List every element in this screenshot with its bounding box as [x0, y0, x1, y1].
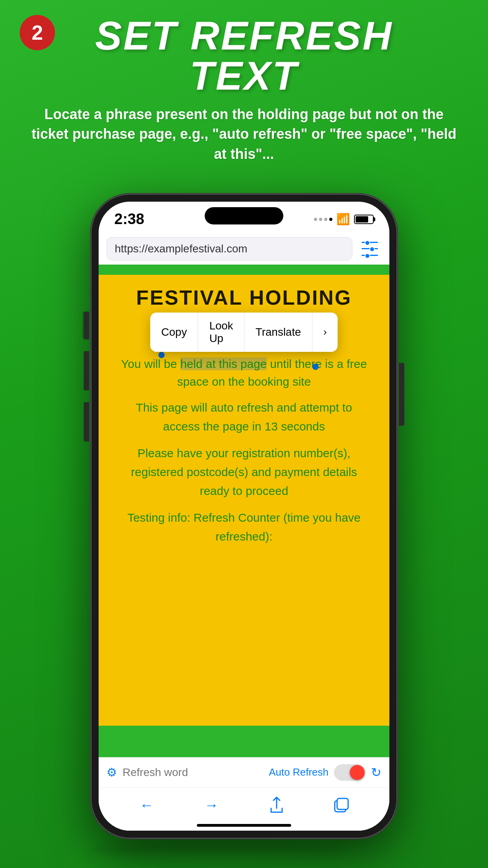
nav-bar: ← → [99, 788, 389, 822]
title-line1: SET REFRESH [95, 16, 393, 56]
filter-line-3 [361, 255, 378, 256]
context-menu[interactable]: Copy Look Up Translate › [150, 313, 338, 352]
context-menu-translate[interactable]: Translate [244, 313, 312, 352]
step-number: 2 [32, 21, 43, 44]
browser-filter-button[interactable] [358, 237, 382, 261]
share-button[interactable] [261, 793, 292, 817]
selected-text: You will be held at this page until ther… [110, 355, 378, 390]
page-text-2: This page will auto refresh and attempt … [110, 398, 378, 436]
title-line2: TEXT [190, 56, 299, 96]
refresh-bar: ⚙ Auto Refresh ↻ [99, 758, 389, 788]
battery-icon [354, 215, 374, 224]
tabs-button[interactable] [326, 793, 357, 817]
forward-button[interactable]: → [196, 793, 227, 817]
status-time: 2:38 [114, 211, 144, 228]
page-text-4: Testing info: Refresh Counter (time you … [110, 508, 378, 546]
filter-icon [361, 242, 378, 256]
dynamic-island [205, 207, 283, 224]
phone-wrapper: 2:38 📶 [0, 184, 488, 868]
phone-screen: 2:38 📶 [99, 202, 389, 831]
green-band-bottom [99, 726, 389, 757]
power-button[interactable] [399, 363, 404, 426]
signal-dot-1 [314, 218, 317, 221]
svg-rect-1 [337, 798, 348, 809]
volume-up-button[interactable] [84, 312, 89, 339]
context-menu-lookup[interactable]: Look Up [198, 313, 245, 352]
url-bar-area: https://examplefestival.com [99, 233, 389, 265]
refresh-word-input[interactable] [123, 762, 263, 783]
signal-dot-3 [324, 218, 327, 221]
green-band-top [99, 265, 389, 275]
filter-line-1 [361, 242, 378, 243]
home-indicator [197, 824, 291, 827]
context-menu-more[interactable]: › [312, 313, 338, 352]
toggle-knob [350, 765, 365, 780]
status-icons: 📶 [314, 213, 374, 226]
url-input[interactable]: https://examplefestival.com [106, 237, 352, 261]
signal-dot-4 [329, 218, 332, 221]
page-text-3: Please have your registration number(s),… [110, 444, 378, 500]
volume-down-button[interactable] [84, 351, 89, 390]
settings-icon[interactable]: ⚙ [106, 765, 117, 779]
page-content: FESTIVAL HOLDING PAGE Copy Look Up Trans… [99, 275, 389, 726]
phone-device: 2:38 📶 [91, 194, 397, 839]
auto-refresh-toggle[interactable] [334, 764, 365, 781]
signal-dot-2 [319, 218, 322, 221]
selected-text-area: You will be held at this page until ther… [110, 355, 378, 390]
filter-line-2 [361, 248, 378, 249]
page-title-line1: FESTIVAL HOLDING [136, 286, 352, 309]
refresh-button[interactable]: ↻ [371, 765, 382, 780]
back-button[interactable]: ← [131, 793, 163, 817]
status-bar: 2:38 📶 [99, 202, 389, 233]
subtitle: Locate a phrase present on the holding p… [24, 105, 464, 164]
app-bottom-bar: ⚙ Auto Refresh ↻ ← → [99, 757, 389, 831]
signal-bars [314, 218, 332, 221]
step-badge: 2 [20, 15, 55, 50]
silent-switch[interactable] [84, 402, 89, 441]
battery-fill [356, 216, 368, 223]
url-text: https://examplefestival.com [115, 243, 344, 255]
context-menu-copy[interactable]: Copy [150, 313, 198, 352]
header-area: 2 SET REFRESH TEXT Locate a phrase prese… [0, 0, 488, 172]
auto-refresh-label: Auto Refresh [269, 766, 328, 778]
wifi-icon: 📶 [336, 213, 350, 226]
phone-reflection [91, 842, 342, 858]
